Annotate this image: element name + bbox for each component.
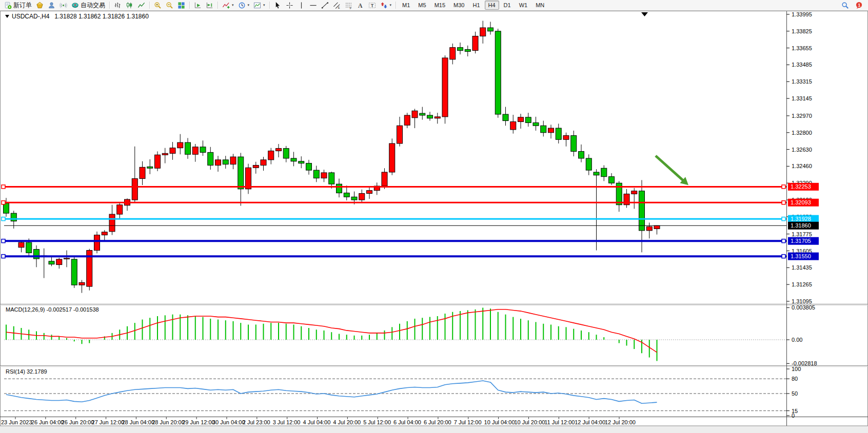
candle-body [246,168,251,189]
line-handle[interactable] [2,217,5,221]
candle-body [253,165,259,168]
toolbar-separator [396,2,396,9]
auto-scroll-button[interactable] [192,0,204,10]
zoom-out-button[interactable] [164,0,175,10]
chart-canvas[interactable]: 1.339951.338251.336551.334851.333151.331… [0,0,868,433]
candle-body [382,172,387,186]
line-handle[interactable] [2,239,5,243]
periods-button[interactable]: ▾ [236,0,252,10]
line-handle[interactable] [782,185,785,189]
trendline-button[interactable] [319,0,331,10]
arrows-icon [380,2,388,9]
timeframe-h1-button[interactable]: H1 [469,1,483,10]
search-button[interactable] [839,0,851,10]
chevron-down-icon[interactable]: ▾ [390,3,392,7]
chevron-down-icon[interactable]: ▾ [232,3,234,7]
tile-windows-button[interactable] [175,0,187,10]
templates-button[interactable]: ▾ [251,0,267,10]
new-order-button[interactable]: 新订单 [2,0,34,10]
community-icon [48,2,55,9]
equidistant-channel-button[interactable]: E [331,0,343,10]
horizontal-line-button[interactable] [307,0,319,10]
candle-body [313,170,319,178]
line-handle[interactable] [782,255,785,258]
candle-body [458,48,463,51]
candle-body [132,179,137,200]
line-handle[interactable] [782,201,785,204]
candle-body [306,163,312,171]
time-axis-label: 28 Jun 04:00 [122,419,154,425]
price-axis-tick-label: 1.31265 [792,281,812,287]
timeframe-m15-button[interactable]: M15 [431,1,449,10]
toolbar-separator [109,2,110,9]
line-handle[interactable] [782,239,785,243]
line-handle[interactable] [2,255,5,258]
candle-body [170,148,175,154]
price-axis-tick-label: 1.33145 [792,95,812,101]
bar-chart-button[interactable] [112,0,124,10]
rsi-axis-label: 0 [792,413,795,419]
indicators-button[interactable]: ▾ [220,0,236,10]
text-button[interactable]: A [354,0,366,10]
signals-button[interactable] [57,0,69,10]
candle-body [450,48,456,59]
chevron-down-icon[interactable]: ▾ [263,3,265,7]
zoom-in-button[interactable] [152,0,164,10]
macd-axis-label: 0.00 [792,337,802,343]
notifications-button[interactable]: 1 [853,0,865,10]
crosshair-button[interactable] [284,0,295,10]
rsi-axis-label: 50 [792,390,798,397]
candle-body [586,158,591,170]
chart-shift-button[interactable] [204,0,215,10]
candlestick-chart-icon [126,2,133,9]
market-button[interactable] [34,0,46,10]
price-axis-tick-label: 1.32970 [792,113,812,119]
line-handle[interactable] [782,217,785,221]
chart-dropdown-icon[interactable] [5,15,9,18]
community-button[interactable] [46,0,57,10]
time-axis-label: 3 Jul 12:00 [273,419,301,425]
candle-body [200,147,206,153]
candle-body [435,117,440,118]
autotrading-icon [71,2,79,9]
cursor-button[interactable] [272,0,284,10]
candle-body [329,173,334,184]
candle-body [283,149,289,158]
line-handle[interactable] [2,185,5,189]
time-axis-label: 29 Jun 12:00 [182,419,215,425]
toolbar-separator [149,2,150,9]
templates-icon [253,2,261,9]
candle-body [94,235,100,251]
timeframe-d1-button[interactable]: D1 [500,1,515,10]
vertical-line-button[interactable] [295,0,307,10]
timeframe-mn-button[interactable]: MN [532,1,548,10]
macd-axis-label: 0.003805 [792,304,815,311]
time-axis-label: 4 Jul 04:00 [303,419,331,425]
candle-body [389,143,395,172]
timeframe-m1-button[interactable]: M1 [399,1,413,10]
signals-icon [60,2,67,9]
price-axis-tick-label: 1.33825 [792,28,812,34]
line-handle[interactable] [2,201,5,204]
candle-body [230,157,236,164]
candle-body [548,128,554,133]
fibonacci-button[interactable]: F [343,0,354,10]
candle-body [56,259,62,265]
chevron-down-icon[interactable]: ▾ [248,3,250,7]
candle-body [162,153,168,155]
candlestick-chart-button[interactable] [124,0,135,10]
text-label-button[interactable]: T [366,0,378,10]
candle-body [321,173,327,178]
svg-text:T: T [370,3,373,8]
timeframe-w1-button[interactable]: W1 [516,1,531,10]
timeframe-m30-button[interactable]: M30 [450,1,468,10]
timeframe-m5-button[interactable]: M5 [415,1,429,10]
candle-body [510,122,516,130]
arrows-button[interactable]: ▾ [378,0,394,10]
candle-body [609,177,615,183]
macd-indicator-label: MACD(12,26,9) -0.002517 -0.001538 [6,306,99,313]
timeframe-h4-button[interactable]: H4 [485,1,499,10]
line-chart-button[interactable] [135,0,147,10]
autotrading-button[interactable]: 自动交易 [69,0,107,10]
rsi-indicator-label: RSI(14) 32.1789 [6,368,47,375]
